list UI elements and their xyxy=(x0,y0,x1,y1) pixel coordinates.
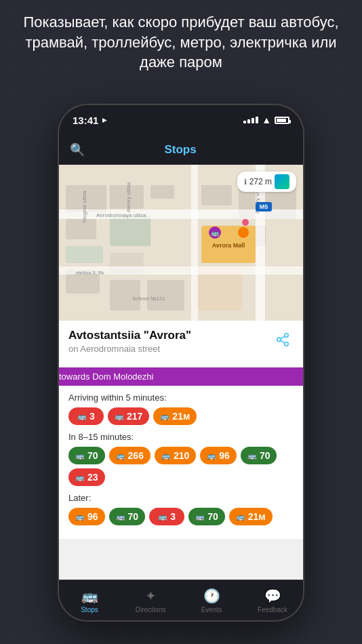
bus-icon: 🚌 xyxy=(158,512,167,521)
svg-rect-19 xyxy=(191,165,198,321)
bus-icon: 🚌 xyxy=(195,512,205,521)
svg-text:Aerodromnaya ulitsa: Aerodromnaya ulitsa xyxy=(96,212,146,218)
section2-label: In 8–15 minutes: xyxy=(68,432,294,442)
tab-directions[interactable]: ✦ Directions xyxy=(120,588,181,613)
route-badge-23[interactable]: 🚌23 xyxy=(68,468,105,486)
share-button[interactable] xyxy=(272,329,294,350)
svg-rect-6 xyxy=(150,185,174,199)
svg-point-35 xyxy=(285,342,289,346)
route-badge-70[interactable]: 🚌70 xyxy=(241,447,277,464)
tab-stops[interactable]: 🚌 Stops xyxy=(59,588,120,613)
search-icon[interactable]: 🔍 xyxy=(70,142,85,157)
stops-icon: 🚌 xyxy=(81,588,98,604)
phone-frame: 13:41 ▸ ▲ 🔍 Stops xyxy=(59,105,303,620)
location-arrow-icon: ▸ xyxy=(102,115,106,125)
bus-icon: 🚌 xyxy=(116,451,125,460)
content-card: Avtostantsiia "Avrora" on Aerodromnaia s… xyxy=(59,321,303,367)
nav-title: Stops xyxy=(164,143,196,157)
map-area: Avrora Mall Viogina ulitsa Avrory ulitsa… xyxy=(59,165,303,321)
route-badge-217[interactable]: 🚌217 xyxy=(108,407,149,425)
banner-text: Показывает, как скоро прибудет ваш автоб… xyxy=(20,12,342,73)
svg-text:🚌: 🚌 xyxy=(211,228,220,237)
bus-icon: 🚌 xyxy=(247,451,257,460)
top-banner: Показывает, как скоро прибудет ваш автоб… xyxy=(0,12,362,73)
svg-text:Avrora Mall: Avrora Mall xyxy=(212,242,245,249)
direction-text: towards Dom Molodezhi xyxy=(59,371,153,382)
svg-text:M5: M5 xyxy=(260,203,268,210)
section2-badges: 🚌70🚌266🚌210🚌96🚌70🚌23 xyxy=(68,447,294,486)
svg-point-32 xyxy=(242,219,249,226)
tab-bar: 🚌 Stops ✦ Directions 🕐 Events 💬 Feedback xyxy=(59,580,303,620)
section3-badges: 🚌96🚌70🚌3🚌70🚌21м xyxy=(68,508,294,525)
signal-icon xyxy=(243,117,258,123)
map-distance-badge: ℹ 272 m xyxy=(237,172,296,192)
status-bar: 13:41 ▸ ▲ xyxy=(59,105,303,135)
bus-icon: 🚌 xyxy=(160,412,169,421)
stop-info: Avtostantsiia "Avrora" on Aerodromnaia s… xyxy=(68,329,191,354)
svg-line-36 xyxy=(281,340,285,343)
route-badge-96[interactable]: 🚌96 xyxy=(200,447,237,464)
svg-line-37 xyxy=(281,336,285,339)
status-time: 13:41 ▸ xyxy=(73,115,106,126)
feedback-icon: 💬 xyxy=(264,588,281,604)
route-badge-70[interactable]: 🚌70 xyxy=(188,508,225,525)
status-icons: ▲ xyxy=(243,115,289,125)
stop-name: Avtostantsiia "Avrora" xyxy=(68,329,191,342)
route-badge-70[interactable]: 🚌70 xyxy=(109,508,146,525)
events-icon: 🕐 xyxy=(203,588,220,604)
tab-events-label: Events xyxy=(201,606,222,613)
tab-directions-label: Directions xyxy=(136,606,165,613)
svg-point-33 xyxy=(285,334,289,338)
bus-icon: 🚌 xyxy=(77,412,87,421)
nav-bar: 🔍 Stops xyxy=(59,135,303,165)
tab-feedback[interactable]: 💬 Feedback xyxy=(242,588,303,613)
map-logo xyxy=(275,174,289,189)
section1-label: Arriving within 5 minutes: xyxy=(68,393,294,403)
bus-icon: 🚌 xyxy=(161,451,171,460)
route-badge-96[interactable]: 🚌96 xyxy=(68,508,105,525)
svg-text:Viogina ulitsa: Viogina ulitsa xyxy=(81,190,87,223)
svg-text:etelitsa-S, Rk: etelitsa-S, Rk xyxy=(76,270,104,275)
arrivals-section: Arriving within 5 minutes: 🚌3🚌217🚌21м In… xyxy=(59,386,303,539)
svg-rect-7 xyxy=(110,216,150,246)
tab-events[interactable]: 🕐 Events xyxy=(181,588,242,613)
wifi-icon: ▲ xyxy=(262,115,271,125)
route-badge-3[interactable]: 🚌3 xyxy=(68,407,104,425)
section3-label: Later: xyxy=(68,493,294,503)
bus-icon: 🚌 xyxy=(75,473,85,482)
bus-icon: 🚌 xyxy=(75,512,85,521)
stop-street: on Aerodromnaia street xyxy=(68,344,191,354)
bus-icon: 🚌 xyxy=(75,451,85,460)
bus-icon: 🚌 xyxy=(207,451,216,460)
info-icon: ℹ xyxy=(244,178,247,186)
svg-point-34 xyxy=(277,338,281,342)
bus-icon: 🚌 xyxy=(116,512,125,521)
svg-rect-3 xyxy=(66,246,103,263)
svg-point-31 xyxy=(238,227,249,238)
route-badge-21м[interactable]: 🚌21м xyxy=(153,407,197,425)
section1-badges: 🚌3🚌217🚌21м xyxy=(68,407,294,425)
route-badge-70[interactable]: 🚌70 xyxy=(68,447,105,464)
svg-text:Avrory ulitsa: Avrory ulitsa xyxy=(125,182,132,212)
route-badge-210[interactable]: 🚌210 xyxy=(155,447,196,464)
route-badge-3[interactable]: 🚌3 xyxy=(149,508,184,525)
phone-screen: Avrora Mall Viogina ulitsa Avrory ulitsa… xyxy=(59,165,303,580)
route-badge-21м[interactable]: 🚌21м xyxy=(229,508,273,525)
route-badge-266[interactable]: 🚌266 xyxy=(109,447,150,464)
stop-header: Avtostantsiia "Avrora" on Aerodromnaia s… xyxy=(68,329,294,354)
battery-icon xyxy=(275,117,289,124)
tab-stops-label: Stops xyxy=(81,606,98,613)
svg-text:School №121: School №121 xyxy=(132,296,165,302)
directions-icon: ✦ xyxy=(145,588,157,604)
distance-value: 272 m xyxy=(249,177,272,186)
svg-rect-8 xyxy=(201,185,232,205)
bus-icon: 🚌 xyxy=(236,512,245,521)
tab-feedback-label: Feedback xyxy=(258,606,287,613)
bus-icon: 🚌 xyxy=(115,412,124,421)
direction-banner: towards Dom Molodezhi xyxy=(59,367,303,386)
